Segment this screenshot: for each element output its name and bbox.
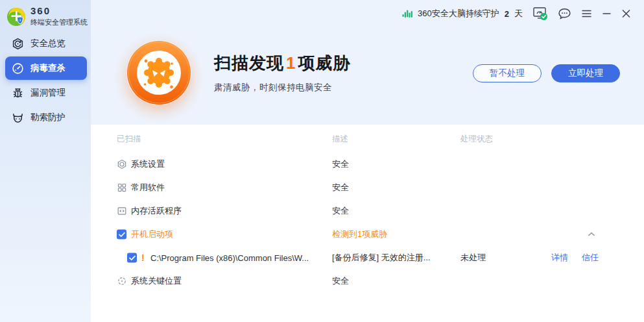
row-description: 安全 (332, 205, 349, 217)
warning-exclamation-icon: ! (141, 253, 145, 263)
common-software-icon (117, 182, 127, 193)
sidebar-item-ransomware[interactable]: 勒索防护 (5, 106, 87, 129)
column-header-status: 处理状态 (460, 133, 493, 144)
sidebar-item-virus-scan[interactable]: 病毒查杀 (5, 56, 87, 80)
row-description: 安全 (332, 158, 349, 170)
row-label: 系统关键位置 (131, 275, 182, 287)
sidebar-item-overview[interactable]: 安全总览 (5, 32, 87, 55)
system-critical-location-icon (117, 276, 127, 286)
sidebar-item-label: 安全总览 (30, 38, 66, 49)
title-suffix: 项威胁 (298, 53, 350, 73)
row-description: 安全 (332, 275, 349, 287)
sidebar-item-vulnerability[interactable]: 漏洞管理 (5, 81, 87, 105)
app-logo: 360 终端安全管理系统 (0, 0, 91, 27)
table-row: 常用软件 安全 (91, 176, 644, 199)
title-prefix: 扫描发现 (214, 53, 284, 73)
collapse-chevron-up-icon[interactable] (588, 232, 595, 237)
sidebar-item-label: 漏洞管理 (30, 87, 66, 99)
security-overview-icon (12, 38, 24, 50)
sidebar-item-label: 病毒查杀 (30, 62, 66, 74)
startup-items-checkbox[interactable] (117, 230, 126, 240)
threat-emblem-icon (126, 40, 191, 105)
security-brain-status: 360安全大脑持续守护2天 (402, 8, 523, 19)
sidebar: 360 终端安全管理系统 安全总览 (0, 0, 91, 322)
app-window: 360 终端安全管理系统 安全总览 (0, 0, 644, 322)
ignore-button[interactable]: 暂不处理 (473, 64, 542, 82)
system-settings-icon (117, 159, 127, 169)
row-label: 系统设置 (131, 158, 165, 170)
row-label: 常用软件 (131, 182, 165, 193)
row-label: 内存活跃程序 (131, 205, 182, 217)
threat-item-checkbox[interactable] (127, 253, 137, 263)
threat-description: [备份后修复] 无效的注册... (332, 252, 431, 264)
ransomware-mask-icon (12, 112, 24, 124)
detail-link[interactable]: 详情 (551, 252, 568, 264)
table-row-threat-category: 开机启动项 检测到1项威胁 (91, 223, 644, 246)
table-row: 系统设置 安全 (91, 153, 644, 176)
threat-actions: 详情 信任 (551, 252, 599, 264)
hero-actions: 暂不处理 立即处理 (473, 64, 620, 82)
scan-results-table: 已扫描 描述 处理状态 系统设置 安全 (91, 125, 644, 322)
threat-count: 1 (286, 53, 296, 73)
sidebar-nav: 安全总览 病毒查杀 (0, 32, 91, 129)
memory-process-icon (117, 206, 127, 216)
logo-text: 360 终端安全管理系统 (30, 6, 88, 27)
column-header-description: 描述 (332, 133, 348, 144)
sidebar-item-label: 勒索防护 (30, 112, 66, 123)
logo-title: 360 (30, 6, 88, 16)
row-description: 安全 (332, 182, 349, 193)
threat-file-path: C:\Program Files (x86)\Common Files\W... (150, 253, 309, 263)
logo-icon (6, 7, 26, 27)
trust-link[interactable]: 信任 (582, 252, 599, 264)
protection-unit: 天 (514, 8, 523, 19)
feedback-bubble-icon[interactable] (558, 7, 571, 20)
brain-wave-icon (402, 8, 413, 19)
minimize-icon[interactable] (602, 9, 612, 18)
threat-status: 未处理 (460, 252, 486, 264)
scan-result-title: 扫描发现1项威胁 (214, 52, 350, 75)
titlebar: 360安全大脑持续守护2天 (402, 0, 644, 27)
scan-summary-section: 360安全大脑持续守护2天 (91, 0, 644, 125)
table-row-threat-item: ! C:\Program Files (x86)\Common Files\W.… (91, 246, 644, 269)
column-header-scanned: 已扫描 (117, 133, 141, 144)
row-description: 检测到1项威胁 (332, 229, 387, 240)
handle-now-button[interactable]: 立即处理 (551, 64, 620, 82)
protection-text: 360安全大脑持续守护 (418, 8, 499, 19)
scan-result-subtitle: 肃清威胁，时刻保持电脑安全 (214, 82, 332, 93)
close-icon[interactable] (621, 9, 631, 18)
bug-icon (12, 87, 24, 99)
table-row: 系统关键位置 安全 (91, 269, 644, 293)
protection-days: 2 (505, 9, 509, 19)
row-label[interactable]: 开机启动项 (131, 229, 173, 240)
logo-subtitle: 终端安全管理系统 (30, 18, 88, 27)
table-row: 内存活跃程序 安全 (91, 199, 644, 223)
virus-scan-icon (12, 62, 24, 75)
main-content: 360安全大脑持续守护2天 (91, 0, 644, 322)
menu-icon[interactable] (581, 9, 592, 18)
table-header: 已扫描 描述 处理状态 (91, 125, 644, 153)
device-check-icon[interactable] (532, 6, 548, 21)
